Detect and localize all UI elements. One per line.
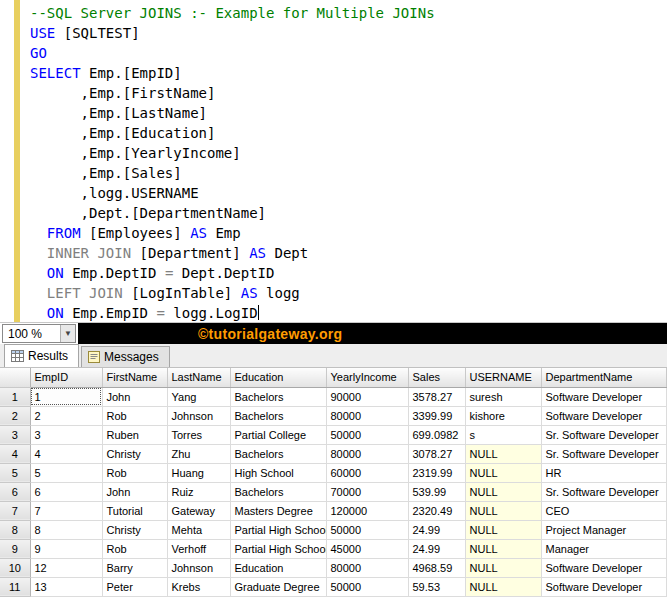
cell-education[interactable]: Partial College (230, 425, 326, 444)
cell-username[interactable]: NULL (465, 482, 541, 501)
cell-lastname[interactable]: Verhoff (167, 539, 230, 558)
cell-firstname[interactable]: Christy (102, 520, 167, 539)
cell-sales[interactable]: 59.53 (408, 577, 465, 596)
cell-username[interactable]: s (465, 425, 541, 444)
cell-empid[interactable]: 1 (30, 387, 102, 406)
column-header-sales[interactable]: Sales (408, 368, 465, 387)
code-area[interactable]: --SQL Server JOINS :- Example for Multip… (20, 0, 667, 322)
cell-education[interactable]: Bachelors (230, 444, 326, 463)
cell-education[interactable]: Bachelors (230, 482, 326, 501)
column-header-empid[interactable]: EmpID (30, 368, 102, 387)
cell-empid[interactable]: 12 (30, 558, 102, 577)
cell-firstname[interactable]: Rob (102, 406, 167, 425)
cell-lastname[interactable]: Johnson (167, 406, 230, 425)
cell-firstname[interactable]: John (102, 482, 167, 501)
cell-sales[interactable]: 3078.27 (408, 444, 465, 463)
cell-sales[interactable]: 2319.99 (408, 463, 465, 482)
cell-departmentname[interactable]: Sr. Software Developer (541, 444, 667, 463)
cell-departmentname[interactable]: Manager (541, 539, 667, 558)
cell-sales[interactable]: 3399.99 (408, 406, 465, 425)
row-header[interactable]: 6 (0, 482, 30, 501)
cell-yearlyincome[interactable]: 120000 (326, 501, 408, 520)
cell-sales[interactable]: 24.99 (408, 520, 465, 539)
tab-results[interactable]: Results (4, 344, 79, 367)
cell-education[interactable]: Bachelors (230, 406, 326, 425)
cell-username[interactable]: suresh (465, 387, 541, 406)
cell-firstname[interactable]: Rob (102, 463, 167, 482)
cell-yearlyincome[interactable]: 50000 (326, 425, 408, 444)
cell-yearlyincome[interactable]: 90000 (326, 387, 408, 406)
code-line[interactable]: INNER JOIN [Department] AS Dept (30, 243, 667, 263)
code-line[interactable]: FROM [Employees] AS Emp (30, 223, 667, 243)
column-header-departmentname[interactable]: DepartmentName (541, 368, 667, 387)
cell-education[interactable]: High School (230, 463, 326, 482)
cell-lastname[interactable]: Gateway (167, 501, 230, 520)
cell-departmentname[interactable]: Software Developer (541, 558, 667, 577)
code-line[interactable]: USE [SQLTEST] (30, 23, 667, 43)
column-header-yearlyincome[interactable]: YearlyIncome (326, 368, 408, 387)
cell-empid[interactable]: 7 (30, 501, 102, 520)
cell-yearlyincome[interactable]: 50000 (326, 520, 408, 539)
code-line[interactable]: ,Dept.[DepartmentName] (30, 203, 667, 223)
cell-username[interactable]: NULL (465, 444, 541, 463)
code-line[interactable]: ON Emp.DeptID = Dept.DeptID (30, 263, 667, 283)
cell-lastname[interactable]: Ruiz (167, 482, 230, 501)
code-line[interactable]: ,Emp.[FirstName] (30, 83, 667, 103)
cell-sales[interactable]: 24.99 (408, 539, 465, 558)
cell-firstname[interactable]: John (102, 387, 167, 406)
row-header[interactable]: 7 (0, 501, 30, 520)
cell-sales[interactable]: 539.99 (408, 482, 465, 501)
cell-yearlyincome[interactable]: 80000 (326, 406, 408, 425)
cell-departmentname[interactable]: CEO (541, 501, 667, 520)
cell-lastname[interactable]: Mehta (167, 520, 230, 539)
cell-lastname[interactable]: Huang (167, 463, 230, 482)
zoom-dropdown-arrow-icon[interactable]: ▼ (60, 325, 75, 342)
cell-education[interactable]: Graduate Degree (230, 577, 326, 596)
cell-username[interactable]: NULL (465, 577, 541, 596)
code-line[interactable]: SELECT Emp.[EmpID] (30, 63, 667, 83)
cell-firstname[interactable]: Ruben (102, 425, 167, 444)
code-line[interactable]: ,logg.USERNAME (30, 183, 667, 203)
cell-departmentname[interactable]: Sr. Software Developer (541, 425, 667, 444)
code-line[interactable]: LEFT JOIN [LogInTable] AS logg (30, 283, 667, 303)
cell-departmentname[interactable]: Software Developer (541, 406, 667, 425)
cell-sales[interactable]: 699.0982 (408, 425, 465, 444)
code-line[interactable]: GO (30, 43, 667, 63)
row-header[interactable]: 9 (0, 539, 30, 558)
code-line[interactable]: --SQL Server JOINS :- Example for Multip… (30, 3, 667, 23)
cell-yearlyincome[interactable]: 80000 (326, 444, 408, 463)
cell-yearlyincome[interactable]: 45000 (326, 539, 408, 558)
cell-education[interactable]: Masters Degree (230, 501, 326, 520)
cell-empid[interactable]: 13 (30, 577, 102, 596)
row-header[interactable]: 11 (0, 577, 30, 596)
cell-departmentname[interactable]: Software Developer (541, 577, 667, 596)
cell-username[interactable]: NULL (465, 520, 541, 539)
cell-sales[interactable]: 4968.59 (408, 558, 465, 577)
code-line[interactable]: ,Emp.[Sales] (30, 163, 667, 183)
cell-lastname[interactable]: Torres (167, 425, 230, 444)
cell-lastname[interactable]: Krebs (167, 577, 230, 596)
code-line[interactable]: ,Emp.[Education] (30, 123, 667, 143)
cell-username[interactable]: NULL (465, 463, 541, 482)
tab-messages[interactable]: Messages (81, 346, 170, 367)
column-header-lastname[interactable]: LastName (167, 368, 230, 387)
cell-yearlyincome[interactable]: 70000 (326, 482, 408, 501)
zoom-control[interactable]: 100 % ▼ (2, 324, 76, 343)
cell-education[interactable]: Partial High School (230, 520, 326, 539)
cell-empid[interactable]: 3 (30, 425, 102, 444)
cell-empid[interactable]: 2 (30, 406, 102, 425)
cell-sales[interactable]: 3578.27 (408, 387, 465, 406)
cell-lastname[interactable]: Yang (167, 387, 230, 406)
cell-departmentname[interactable]: Sr. Software Developer (541, 482, 667, 501)
cell-username[interactable]: NULL (465, 539, 541, 558)
row-header[interactable]: 1 (0, 387, 30, 406)
column-header-education[interactable]: Education (230, 368, 326, 387)
cell-username[interactable]: kishore (465, 406, 541, 425)
zoom-value[interactable]: 100 % (3, 327, 60, 341)
cell-yearlyincome[interactable]: 80000 (326, 558, 408, 577)
column-header-firstname[interactable]: FirstName (102, 368, 167, 387)
cell-sales[interactable]: 2320.49 (408, 501, 465, 520)
cell-departmentname[interactable]: Project Manager (541, 520, 667, 539)
cell-education[interactable]: Bachelors (230, 387, 326, 406)
cell-education[interactable]: Education (230, 558, 326, 577)
